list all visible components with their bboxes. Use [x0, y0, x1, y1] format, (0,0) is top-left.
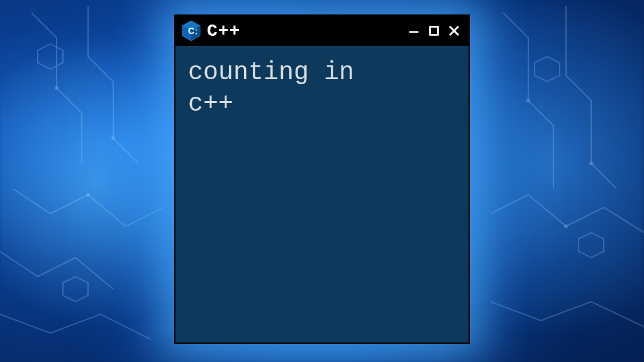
svg-point-8	[86, 193, 90, 197]
maximize-button[interactable]	[426, 23, 442, 39]
terminal-window: C + + C++ counting in c++	[174, 14, 470, 344]
terminal-content: counting in c++	[175, 46, 469, 131]
title-bar[interactable]: C + + C++	[175, 16, 469, 46]
cpp-logo-icon: C + +	[182, 20, 201, 41]
svg-marker-2	[579, 233, 604, 258]
svg-marker-0	[38, 44, 63, 69]
window-controls	[406, 23, 462, 39]
svg-point-6	[526, 99, 530, 102]
svg-marker-3	[63, 277, 88, 302]
content-line-1: counting in	[188, 58, 354, 87]
svg-rect-17	[430, 27, 438, 35]
svg-marker-1	[535, 57, 560, 82]
svg-point-7	[589, 162, 593, 165]
close-button[interactable]	[446, 23, 462, 39]
svg-point-5	[111, 136, 115, 140]
svg-point-4	[55, 86, 58, 90]
svg-point-9	[564, 224, 568, 228]
svg-text:+: +	[195, 31, 197, 35]
window-title: C++	[207, 21, 399, 41]
svg-text:C: C	[188, 26, 194, 36]
minimize-button[interactable]	[406, 23, 422, 39]
content-line-2: c++	[188, 90, 233, 118]
